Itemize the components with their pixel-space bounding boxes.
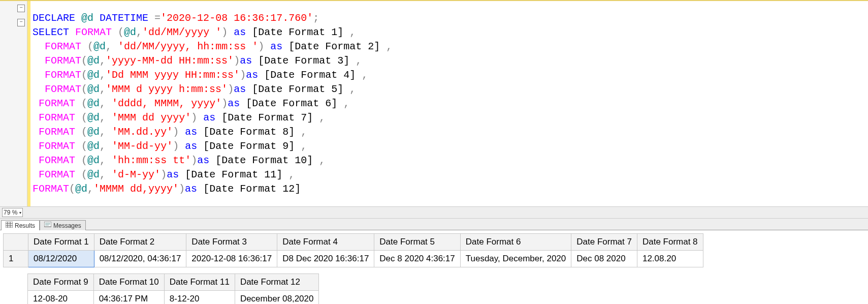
cell[interactable]: December 08,2020 (235, 291, 319, 305)
table-header-row: Date Format 1 Date Format 2 Date Format … (4, 234, 703, 251)
col-header[interactable]: Date Format 9 (28, 274, 94, 291)
cell[interactable]: 12.08.20 (637, 251, 703, 267)
row-header-blank (3, 274, 28, 291)
results-grid-1-continued[interactable]: Date Format 9 Date Format 10 Date Format… (0, 270, 868, 304)
cell[interactable]: Dec 08 2020 (571, 251, 637, 267)
cell[interactable]: Dec 8 2020 4:36:17 (374, 251, 460, 267)
tab-label: Messages (53, 222, 81, 229)
col-header[interactable]: Date Format 4 (277, 234, 374, 251)
cell[interactable]: Tuesday, December, 2020 (460, 251, 571, 267)
code-text[interactable]: DECLARE @d DATETIME ='2020-12-08 16:36:1… (30, 11, 868, 196)
results-grid-1[interactable]: Date Format 1 Date Format 2 Date Format … (0, 230, 868, 267)
col-header[interactable]: Date Format 1 (28, 234, 94, 251)
row-header-blank (4, 234, 28, 251)
editor-gutter: − − (0, 1, 27, 206)
svg-rect-0 (6, 222, 13, 228)
cell[interactable]: 8-12-20 (164, 291, 235, 305)
sql-editor[interactable]: − − DECLARE @d DATETIME ='2020-12-08 16:… (0, 0, 868, 206)
cell[interactable]: 04:36:17 PM (93, 291, 164, 305)
table-row[interactable]: 12-08-20 04:36:17 PM 8-12-20 December 08… (3, 291, 319, 305)
tab-messages[interactable]: Messages (40, 220, 86, 230)
col-header[interactable]: Date Format 3 (186, 234, 277, 251)
chevron-down-icon: ▾ (19, 210, 21, 215)
table-row[interactable]: 1 08/12/2020 08/12/2020, 04:36:17 2020-1… (4, 251, 703, 267)
col-header[interactable]: Date Format 7 (571, 234, 637, 251)
table-header-row: Date Format 9 Date Format 10 Date Format… (3, 274, 319, 291)
cell[interactable]: 08/12/2020 (28, 251, 94, 267)
row-number[interactable]: 1 (4, 251, 28, 267)
col-header[interactable]: Date Format 6 (460, 234, 571, 251)
message-icon (44, 222, 51, 229)
col-header[interactable]: Date Format 10 (93, 274, 164, 291)
col-header[interactable]: Date Format 8 (637, 234, 703, 251)
col-header[interactable]: Date Format 11 (164, 274, 235, 291)
col-header[interactable]: Date Format 12 (235, 274, 319, 291)
results-tabs: Results Messages (0, 219, 868, 230)
cell[interactable]: 08/12/2020, 04:36:17 (94, 251, 186, 267)
grid-icon (6, 222, 13, 229)
fold-icon[interactable]: − (17, 5, 25, 12)
col-header[interactable]: Date Format 5 (374, 234, 460, 251)
cell[interactable]: 12-08-20 (28, 291, 94, 305)
tab-label: Results (15, 222, 35, 229)
row-number[interactable] (3, 291, 28, 305)
col-header[interactable]: Date Format 2 (94, 234, 186, 251)
zoom-value: 79 % (4, 209, 17, 216)
zoom-bar: 79 % ▾ (0, 206, 868, 219)
cell[interactable]: 2020-12-08 16:36:17 (186, 251, 277, 267)
fold-icon[interactable]: − (17, 19, 25, 26)
tab-results[interactable]: Results (1, 220, 40, 230)
cell[interactable]: D8 Dec 2020 16:36:17 (277, 251, 374, 267)
zoom-dropdown[interactable]: 79 % ▾ (2, 208, 23, 217)
